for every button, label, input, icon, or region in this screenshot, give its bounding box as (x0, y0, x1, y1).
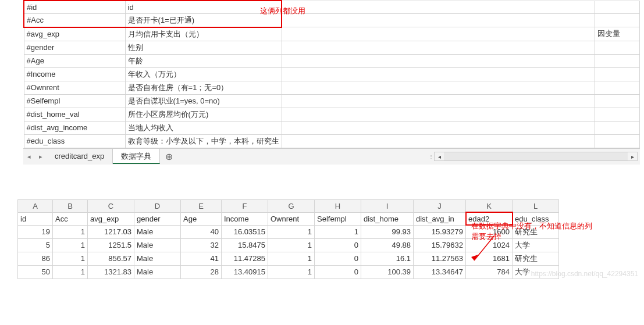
data-cell[interactable]: 5 (18, 238, 53, 252)
dict-field-cell[interactable]: #id (24, 1, 125, 13)
dict-field-cell[interactable]: #gender (24, 41, 125, 54)
column-letter-F[interactable]: F (222, 199, 268, 212)
column-letter-E[interactable]: E (181, 199, 222, 212)
data-cell[interactable]: 40 (181, 225, 222, 238)
dict-desc-cell[interactable]: 性别 (125, 41, 282, 54)
empty-cell[interactable] (282, 134, 595, 148)
dict-desc-cell[interactable]: 年收入（万元） (125, 67, 282, 81)
dict-note-cell[interactable] (595, 81, 639, 94)
dict-desc-cell[interactable]: 教育等级：小学及以下，中学，本科，研究生 (125, 134, 282, 148)
data-cell[interactable]: 1 (53, 252, 88, 265)
header-cell-Age[interactable]: Age (181, 212, 222, 225)
data-cell[interactable]: 0 (315, 265, 361, 278)
header-cell-gender[interactable]: gender (134, 212, 181, 225)
data-cell[interactable]: 1 (315, 225, 361, 238)
column-letter-G[interactable]: G (268, 199, 315, 212)
data-cell[interactable]: 28 (181, 265, 222, 278)
dict-row[interactable]: #edu_class教育等级：小学及以下，中学，本科，研究生 (24, 134, 640, 148)
empty-cell[interactable] (282, 1, 595, 13)
dict-desc-cell[interactable]: 是否自有住房（有=1；无=0） (125, 81, 282, 94)
horizontal-scrollbar[interactable]: ⋮ ◂ ▸ (177, 152, 640, 161)
dict-field-cell[interactable]: #Age (24, 54, 125, 67)
scroll-right-button[interactable]: ▸ (628, 152, 637, 160)
dict-field-cell[interactable]: #avg_exp (24, 27, 125, 41)
column-letter-K[interactable]: K (466, 199, 513, 212)
tab-data-dictionary[interactable]: 数据字典 (113, 149, 160, 164)
data-cell[interactable]: 1 (268, 252, 315, 265)
dict-note-cell[interactable] (595, 134, 639, 148)
data-cell[interactable]: 100.39 (361, 265, 414, 278)
table-row[interactable]: 5011321.83Male2813.4091510100.3913.34647… (18, 265, 559, 278)
column-letter-A[interactable]: A (18, 199, 53, 212)
data-cell[interactable]: 784 (466, 265, 513, 278)
dictionary-table[interactable]: #idid#Acc是否开卡(1=已开通)#avg_exp月均信用卡支出（元）因变… (23, 0, 640, 148)
data-cell[interactable]: 11.47285 (222, 252, 268, 265)
data-cell[interactable]: 1321.83 (88, 265, 134, 278)
dict-field-cell[interactable]: #Income (24, 67, 125, 81)
dict-row[interactable]: #Acc是否开卡(1=已开通) (24, 13, 640, 27)
dict-desc-cell[interactable]: 年龄 (125, 54, 282, 67)
empty-cell[interactable] (282, 67, 595, 81)
dict-row[interactable]: #avg_exp月均信用卡支出（元）因变量 (24, 27, 640, 41)
data-cell[interactable]: Male (134, 238, 181, 252)
tab-add-sheet[interactable]: ⊕ (160, 151, 177, 162)
dict-desc-cell[interactable]: 当地人均收入 (125, 121, 282, 134)
data-cell[interactable]: 13.34647 (414, 265, 466, 278)
empty-cell[interactable] (282, 81, 595, 94)
header-cell-Income[interactable]: Income (222, 212, 268, 225)
column-letter-J[interactable]: J (414, 199, 466, 212)
header-cell-Selfempl[interactable]: Selfempl (315, 212, 361, 225)
data-cell[interactable]: 0 (315, 252, 361, 265)
dict-row[interactable]: #Ownrent是否自有住房（有=1；无=0） (24, 81, 640, 94)
dict-row[interactable]: #dist_home_val所住小区房屋均价(万元) (24, 108, 640, 121)
data-cell[interactable]: 11.27563 (414, 252, 466, 265)
dict-note-cell[interactable] (595, 67, 639, 81)
header-cell-dist_avg_income[interactable]: dist_avg_in (414, 212, 466, 225)
column-letter-B[interactable]: B (53, 199, 88, 212)
tab-creditcard-exp[interactable]: creditcard_exp (47, 149, 113, 164)
data-cell[interactable]: 50 (18, 265, 53, 278)
empty-cell[interactable] (282, 54, 595, 67)
data-cell[interactable]: 856.57 (88, 252, 134, 265)
dict-desc-cell[interactable]: 月均信用卡支出（元） (125, 27, 282, 41)
empty-cell[interactable] (282, 94, 595, 108)
dict-note-cell[interactable] (595, 94, 639, 108)
column-letter-I[interactable]: I (361, 199, 414, 212)
dict-field-cell[interactable]: #edu_class (24, 134, 125, 148)
dict-field-cell[interactable]: #dist_avg_income (24, 121, 125, 134)
data-cell[interactable]: 1 (53, 265, 88, 278)
header-cell-avg_exp[interactable]: avg_exp (88, 212, 134, 225)
scroll-left-button[interactable]: ◂ (435, 152, 444, 160)
data-cell[interactable]: 99.93 (361, 225, 414, 238)
dict-row[interactable]: #Selfempl是否自谋职业(1=yes, 0=no) (24, 94, 640, 108)
dict-field-cell[interactable]: #dist_home_val (24, 108, 125, 121)
data-cell[interactable]: 19 (18, 225, 53, 238)
data-cell[interactable]: 1217.03 (88, 225, 134, 238)
header-cell-Ownrent[interactable]: Ownrent (268, 212, 315, 225)
empty-cell[interactable] (282, 13, 595, 27)
dict-desc-cell[interactable]: id (125, 1, 282, 13)
scroll-split-icon[interactable]: ⋮ (428, 154, 434, 159)
empty-cell[interactable] (282, 41, 595, 54)
data-cell[interactable]: Male (134, 265, 181, 278)
tab-nav-first[interactable]: ◂ (23, 149, 35, 164)
data-cell[interactable]: 1 (53, 225, 88, 238)
data-cell[interactable]: 1 (268, 265, 315, 278)
dict-note-cell[interactable]: 因变量 (595, 27, 639, 41)
empty-cell[interactable] (282, 121, 595, 134)
dict-note-cell[interactable] (595, 13, 639, 27)
column-letter-C[interactable]: C (88, 199, 134, 212)
data-cell[interactable]: 15.93279 (414, 225, 466, 238)
data-cell[interactable]: 1 (268, 238, 315, 252)
data-cell[interactable]: 41 (181, 252, 222, 265)
dict-desc-cell[interactable]: 所住小区房屋均价(万元) (125, 108, 282, 121)
data-cell[interactable]: 16.03515 (222, 225, 268, 238)
header-cell-dist_home_val[interactable]: dist_home (361, 212, 414, 225)
data-cell[interactable]: 1 (268, 225, 315, 238)
dict-note-cell[interactable] (595, 108, 639, 121)
dict-field-cell[interactable]: #Acc (24, 13, 125, 27)
empty-cell[interactable] (282, 108, 595, 121)
data-cell[interactable]: 1 (53, 238, 88, 252)
data-cell[interactable]: 15.79632 (414, 238, 466, 252)
data-cell[interactable]: 15.8475 (222, 238, 268, 252)
